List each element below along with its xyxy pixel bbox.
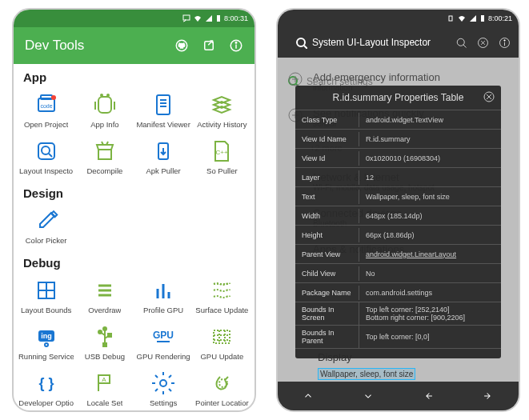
search-icon[interactable]	[455, 37, 467, 49]
svg-point-83	[297, 38, 305, 46]
svg-rect-8	[41, 95, 52, 99]
apk-puller-button[interactable]: Apk Puller	[134, 134, 193, 180]
svg-point-41	[45, 343, 48, 346]
property-value: R.id.summary	[359, 132, 501, 146]
close-icon[interactable]	[483, 91, 495, 102]
layout-bounds-button[interactable]: Layout Bounds	[17, 273, 75, 319]
svg-text:ing: ing	[41, 332, 52, 340]
running-service-button[interactable]: ingRunning Service	[17, 319, 75, 366]
layout-inspector-button[interactable]: Layout Inspecto	[17, 134, 75, 180]
svg-rect-29	[51, 211, 57, 217]
property-value: com.android.settings	[359, 286, 501, 300]
property-row: Bounds In ScreenTop left corner: [252,21…	[295, 302, 501, 326]
status-bar: 8:00:31	[14, 10, 254, 27]
pointer-location-button[interactable]: Pointer Locatior	[193, 366, 251, 412]
info-icon[interactable]	[229, 38, 243, 53]
svg-rect-0	[183, 15, 190, 20]
svg-rect-11	[98, 97, 111, 113]
battery-icon	[216, 14, 221, 22]
property-key: View Id Name	[295, 132, 359, 146]
toolbar-title: System UI-Layout Inspector	[312, 37, 446, 48]
svg-point-12	[101, 94, 102, 96]
property-value: 648px (185.14dp)	[359, 209, 501, 223]
svg-rect-23	[98, 150, 111, 159]
info-icon[interactable]	[499, 37, 511, 49]
up-icon[interactable]	[303, 390, 314, 402]
selected-element[interactable]: Wallpaper, sleep, font size	[318, 368, 415, 380]
property-value: No	[359, 266, 501, 281]
manifest-viewer-button[interactable]: Manifest Viewer	[134, 87, 193, 134]
svg-point-58	[160, 380, 166, 386]
activity-history-button[interactable]: Activity History	[193, 87, 251, 134]
property-row: Height66px (18.86dp)	[295, 226, 501, 245]
svg-rect-44	[103, 343, 106, 346]
app-info-button[interactable]: App Info	[75, 87, 134, 134]
property-value: Wallpaper, sleep, font size	[359, 190, 501, 204]
open-project-button[interactable]: codeOpen Project	[17, 87, 75, 134]
share-icon[interactable]	[202, 38, 216, 53]
phone-dev-tools: 8:00:31 Dev Tools App codeOpen Project A…	[12, 8, 256, 412]
property-key: Parent View	[295, 247, 359, 262]
vibrate-icon	[447, 14, 455, 22]
github-icon[interactable]	[174, 38, 189, 53]
property-row: Layer12	[295, 168, 501, 187]
property-row: TextWallpaper, sleep, font size	[295, 187, 501, 206]
svg-rect-74	[481, 15, 484, 22]
inspector-nav	[278, 382, 519, 410]
status-time: 8:00:31	[224, 14, 248, 22]
svg-point-21	[42, 146, 50, 154]
close-icon[interactable]	[477, 37, 489, 49]
gpu-update-button[interactable]: GPU Update	[193, 319, 251, 366]
property-row: Parent Viewandroid.widget.LinearLayout	[295, 245, 501, 264]
profile-gpu-button[interactable]: Profile GPU	[134, 273, 193, 319]
property-value: 12	[359, 170, 501, 185]
plus-icon	[287, 71, 303, 87]
cast-icon	[182, 14, 190, 22]
property-row: Package Namecom.android.settings	[295, 283, 501, 302]
svg-text:{ }: { }	[38, 375, 54, 391]
usb-debug-button[interactable]: USB Debug	[75, 319, 134, 366]
signal-icon	[469, 14, 477, 22]
svg-text:code: code	[40, 103, 52, 109]
developer-options-button[interactable]: { }Developer Optio	[17, 366, 75, 412]
property-key: Class Type	[295, 113, 359, 127]
svg-text:C++: C++	[216, 149, 228, 156]
so-puller-button[interactable]: C++So Puller	[193, 134, 251, 180]
phone-layout-inspector: 8:00:21 Search settings Add emergency in…	[276, 8, 520, 412]
search-icon[interactable]	[295, 37, 307, 49]
property-key: View Id	[295, 151, 359, 166]
color-picker-button[interactable]: Color Picker	[17, 203, 75, 250]
property-key: Child View	[295, 266, 359, 281]
property-value: 0x1020010 (16908304)	[359, 151, 501, 166]
decompile-button[interactable]: Decompile	[75, 134, 134, 180]
surface-update-button[interactable]: Surface Update	[193, 273, 251, 319]
overdraw-button[interactable]: Overdraw	[75, 273, 134, 319]
wifi-icon	[194, 14, 202, 22]
svg-line-22	[49, 154, 52, 157]
property-value[interactable]: android.widget.LinearLayout	[359, 247, 501, 262]
svg-rect-3	[205, 42, 214, 50]
property-key: Width	[295, 209, 359, 223]
property-key: Text	[295, 190, 359, 204]
svg-rect-49	[214, 330, 230, 343]
property-row: Bounds In ParentTop left corner: [0,0]	[295, 326, 501, 349]
down-icon[interactable]	[363, 390, 374, 402]
left-icon[interactable]	[423, 390, 434, 402]
svg-text:GPU: GPU	[153, 330, 174, 341]
property-key: Bounds In Screen	[295, 302, 359, 325]
settings-button[interactable]: Settings	[134, 366, 193, 412]
locale-set-button[interactable]: ALocale Set	[75, 366, 134, 412]
svg-rect-1	[217, 15, 220, 22]
svg-rect-16	[157, 95, 170, 114]
svg-rect-73	[449, 16, 452, 21]
property-key: Bounds In Parent	[295, 326, 359, 348]
right-icon[interactable]	[483, 390, 494, 402]
inspector-toolbar: System UI-Layout Inspector	[278, 27, 519, 58]
property-row: View Id NameR.id.summary	[295, 130, 501, 149]
svg-point-13	[107, 94, 109, 96]
battery-icon	[480, 14, 485, 22]
modal-title-bar: R.id.summary Properties Table	[295, 86, 501, 110]
gpu-rendering-button[interactable]: GPUGPU Rendering	[134, 319, 193, 366]
property-value: android.widget.TextView	[359, 113, 501, 127]
section-app: App	[14, 64, 254, 87]
